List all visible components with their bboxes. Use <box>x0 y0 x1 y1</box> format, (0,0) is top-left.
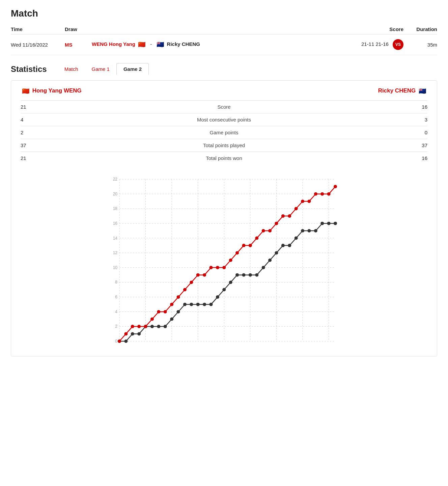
svg-text:0: 0 <box>115 339 117 344</box>
stats-rows: 21 Score 16 4 Most consecutive points 3 … <box>21 100 427 164</box>
svg-text:10: 10 <box>113 265 118 270</box>
svg-point-38 <box>150 325 154 328</box>
svg-point-84 <box>229 259 232 262</box>
col-header-score: Score <box>349 24 403 34</box>
vs-badge: VS <box>393 39 403 50</box>
stats-val-left: 4 <box>21 117 41 123</box>
svg-point-78 <box>190 280 193 284</box>
stats-val-left: 21 <box>21 104 41 110</box>
stats-label: Score <box>41 104 407 110</box>
svg-point-36 <box>137 332 141 335</box>
col-header-players <box>92 24 349 34</box>
svg-point-79 <box>196 273 200 277</box>
svg-point-99 <box>327 192 331 196</box>
svg-point-39 <box>157 325 160 328</box>
svg-point-88 <box>255 237 258 240</box>
match-date: Wed 11/16/2022 <box>11 34 65 55</box>
svg-point-57 <box>275 251 278 254</box>
player2-flag: 🇳🇿 <box>157 41 164 48</box>
svg-text:6: 6 <box>115 295 117 299</box>
svg-point-98 <box>320 192 324 196</box>
match-players: WENG Hong Yang 🇨🇳 - 🇳🇿 Ricky CHENG <box>92 34 349 55</box>
svg-point-93 <box>288 214 291 218</box>
player2-name: Ricky CHENG <box>167 41 200 47</box>
svg-point-35 <box>131 332 134 335</box>
svg-point-69 <box>131 325 134 328</box>
svg-point-77 <box>183 288 187 291</box>
match-table: Time Draw Score Duration Wed 11/16/2022 … <box>11 24 437 55</box>
match-row: Wed 11/16/2022 MS WENG Hong Yang 🇨🇳 - 🇳🇿… <box>11 34 437 55</box>
stats-player-left-flag: 🇨🇳 <box>22 88 29 94</box>
player1-name: WENG Hong Yang <box>92 41 135 47</box>
svg-point-58 <box>281 244 285 247</box>
stats-card: 🇨🇳 Hong Yang WENG Ricky CHENG 🇳🇿 21 Scor… <box>11 80 437 356</box>
match-score: 21-11 21-16 VS <box>349 34 403 55</box>
stats-player-right-flag: 🇳🇿 <box>419 88 426 94</box>
svg-point-80 <box>203 273 206 277</box>
svg-text:20: 20 <box>113 192 118 196</box>
svg-point-86 <box>242 244 245 247</box>
svg-point-87 <box>249 244 252 247</box>
tab-group: Match Game 1 Game 2 <box>58 63 149 75</box>
svg-point-61 <box>301 229 304 233</box>
svg-point-34 <box>124 340 128 343</box>
svg-point-90 <box>268 229 272 233</box>
tab-match[interactable]: Match <box>58 63 85 75</box>
svg-text:16: 16 <box>113 221 118 226</box>
svg-text:14: 14 <box>113 236 118 241</box>
stats-row: 21 Score 16 <box>21 100 427 113</box>
stats-label: Total points played <box>41 142 407 148</box>
svg-point-82 <box>216 266 219 269</box>
tab-game1[interactable]: Game 1 <box>85 63 116 75</box>
svg-point-94 <box>295 207 298 210</box>
svg-point-97 <box>314 192 317 196</box>
stats-val-right: 0 <box>407 130 427 135</box>
svg-point-66 <box>334 222 337 225</box>
svg-point-45 <box>196 303 200 306</box>
svg-point-59 <box>288 244 291 247</box>
svg-point-89 <box>262 229 265 233</box>
svg-point-91 <box>275 222 278 225</box>
stats-label: Total points won <box>41 155 407 161</box>
svg-point-95 <box>301 199 304 203</box>
svg-point-63 <box>314 229 317 233</box>
page-title: Match <box>11 8 437 19</box>
svg-text:22: 22 <box>113 177 118 182</box>
svg-point-70 <box>137 325 141 328</box>
svg-point-50 <box>229 280 232 284</box>
stats-val-left: 37 <box>21 142 41 148</box>
svg-point-42 <box>177 310 180 314</box>
svg-point-43 <box>183 303 187 306</box>
match-duration: 35m <box>403 34 437 55</box>
stats-row: 4 Most consecutive points 3 <box>21 113 427 126</box>
col-header-draw: Draw <box>65 24 92 34</box>
svg-point-54 <box>255 273 258 277</box>
stats-val-right: 37 <box>407 142 427 148</box>
svg-point-46 <box>203 303 206 306</box>
svg-point-96 <box>307 199 311 203</box>
svg-point-73 <box>157 310 160 314</box>
tab-game2[interactable]: Game 2 <box>116 63 149 75</box>
match-draw: MS <box>65 34 92 55</box>
stats-val-left: 2 <box>21 130 41 135</box>
statistics-header: Statistics Match Game 1 Game 2 <box>11 63 437 75</box>
col-header-duration: Duration <box>403 24 437 34</box>
match-separator: - <box>150 41 152 47</box>
svg-point-72 <box>150 318 154 321</box>
svg-point-60 <box>295 237 298 240</box>
stats-val-right: 16 <box>407 155 427 161</box>
svg-point-49 <box>222 288 226 291</box>
svg-point-62 <box>307 229 311 233</box>
svg-point-53 <box>249 273 252 277</box>
stats-val-right: 3 <box>407 117 427 123</box>
stats-val-right: 16 <box>407 104 427 110</box>
svg-point-55 <box>262 266 265 269</box>
svg-text:2: 2 <box>115 324 117 329</box>
players-row: 🇨🇳 Hong Yang WENG Ricky CHENG 🇳🇿 <box>21 87 427 95</box>
stats-label: Most consecutive points <box>41 117 407 123</box>
svg-point-47 <box>209 303 213 306</box>
svg-point-56 <box>268 259 272 262</box>
svg-point-68 <box>124 332 128 335</box>
svg-point-40 <box>164 325 167 328</box>
chart-svg: 0246810121416182022 <box>21 172 427 348</box>
